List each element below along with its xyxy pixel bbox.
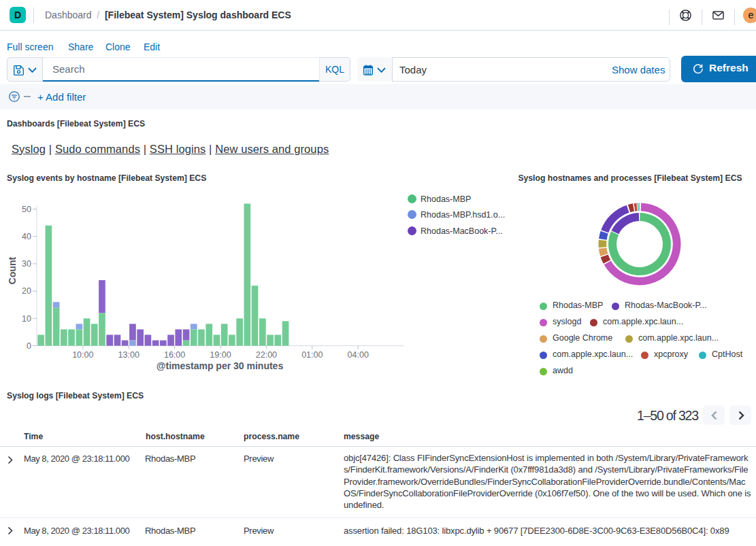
svg-text:22:00: 22:00 <box>256 350 277 360</box>
svg-text:50: 50 <box>22 205 31 214</box>
svg-text:10: 10 <box>22 314 31 324</box>
svg-text:@timestamp per 30 minutes: @timestamp per 30 minutes <box>157 360 284 371</box>
svg-text:30: 30 <box>22 259 31 269</box>
svg-text:Count: Count <box>7 256 18 284</box>
svg-text:20: 20 <box>22 286 31 296</box>
svg-text:16:00: 16:00 <box>164 350 185 360</box>
svg-text:13:00: 13:00 <box>118 350 139 360</box>
svg-text:19:00: 19:00 <box>210 350 231 360</box>
svg-text:01:00: 01:00 <box>301 350 323 360</box>
svg-text:10:00: 10:00 <box>72 350 93 360</box>
svg-text:40: 40 <box>22 232 31 241</box>
svg-text:0: 0 <box>27 341 31 351</box>
svg-text:04:00: 04:00 <box>348 350 369 360</box>
